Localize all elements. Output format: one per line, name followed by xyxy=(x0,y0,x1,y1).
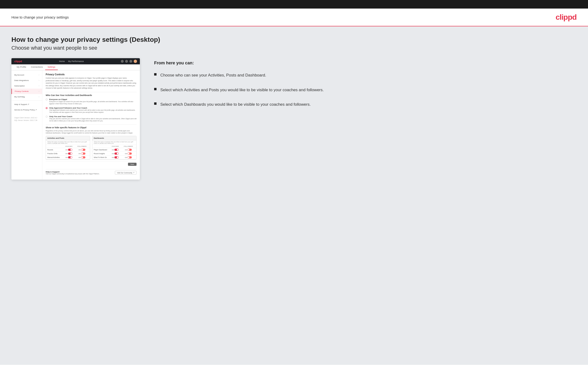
mockup-save-button[interactable]: Save xyxy=(128,163,137,166)
bullet-square-2 xyxy=(154,88,156,90)
mockup-help-section: Help & Support Visit our Clippd communit… xyxy=(46,169,137,175)
mockup-activities-table: Activities and Posts Select the types of… xyxy=(46,136,90,160)
chevron-icon: › xyxy=(39,74,39,76)
mockup-sidebar-policy: Service & Privacy Policy ↗ xyxy=(11,107,42,113)
mockup-nav-icons xyxy=(121,60,137,63)
mockup-activities-header: Activities and Posts xyxy=(46,136,90,140)
mockup-dashboards-row-workOn: What To Work On ON ON xyxy=(92,156,136,159)
mockup-sidebar-version: Clippd Client Version: 2022.8.2 SQL Serv… xyxy=(11,113,42,123)
mockup-privacy-title: Privacy Controls xyxy=(46,73,137,76)
mockup-search-icon xyxy=(121,60,124,63)
mockup-sidebar-data: Data Integrations › xyxy=(11,78,42,83)
bullet-list: Choose who can see your Activities, Post… xyxy=(154,72,577,108)
bullet-square-3 xyxy=(154,102,156,105)
mockup-toggle-workon-followers xyxy=(128,156,132,158)
mockup-activities-row-drills: Practice Drills ON ON xyxy=(46,152,90,156)
mockup-toggle-rounds-followers xyxy=(81,149,85,151)
bullet-square-1 xyxy=(154,73,156,75)
mockup-subnav-profile: My Profile xyxy=(14,64,28,70)
mockup-subnav-settings: Settings xyxy=(45,64,58,70)
chevron-icon: › xyxy=(39,96,39,98)
mockup-activities-row-manual: Manual Activities ON ON xyxy=(46,156,90,159)
mockup-dashboards-header: Dashboards xyxy=(92,136,136,140)
mockup-sidebar-subscription: Subscription › xyxy=(11,83,42,89)
header-title: How to change your privacy settings xyxy=(11,15,69,19)
mockup-activities-sub: Select the types of activity that you'd … xyxy=(46,140,90,145)
mockup-dashboards-sub: Select the types of activity that you'd … xyxy=(92,140,136,145)
bullet-text-3: Select which Dashboards you would like t… xyxy=(160,101,311,108)
mockup-avatar xyxy=(134,60,137,63)
mockup-subnav-connections: Connections xyxy=(28,64,45,70)
mockup-radio-everyone: Everyone on Clippd Everyone on Clippd ca… xyxy=(46,98,137,105)
mockup-sidebar-privacy: Privacy Controls › xyxy=(11,89,42,94)
mockup-dashboards-row-player: Player Dashboard ON ON xyxy=(92,148,136,152)
external-link-icon: ↗ xyxy=(133,172,134,174)
mockup-bell-icon xyxy=(130,60,132,63)
header: How to change your privacy settings clip… xyxy=(0,8,588,26)
content-grid: clippd Home My Performance My Profile Co… xyxy=(11,58,577,180)
mockup-dashboards-table: Dashboards Select the types of activity … xyxy=(92,136,137,160)
mockup-toggle-insights-coaches xyxy=(114,152,119,155)
bullet-item-3: Select which Dashboards you would like t… xyxy=(154,101,577,108)
mockup-toggle-drills-coaches xyxy=(68,152,72,155)
mockup-sidebar-account: My Account › xyxy=(11,72,42,78)
mockup-toggle-player-coaches xyxy=(114,149,119,151)
mockup-nav: clippd Home My Performance xyxy=(11,58,140,64)
mockup-toggle-drills-followers xyxy=(81,152,85,155)
mockup-radio-followers-btn xyxy=(46,107,48,109)
bullet-text-2: Select which Activities and Posts you wo… xyxy=(160,87,324,93)
mockup-show-hide-desc: Regardless of the privacy controls that … xyxy=(46,130,137,134)
mockup-sidebar-golfbag: My Golf Bag › xyxy=(11,94,42,100)
logo: clippd xyxy=(556,13,577,22)
mockup-dashboards-row-insights: Round Insights ON ON xyxy=(92,152,136,156)
mockup-visit-community-button[interactable]: Visit Our Community ↗ xyxy=(115,171,137,175)
mockup-radio-onlyyou: Only You and Your Coach Only you and the… xyxy=(46,116,137,122)
mockup-subnav: My Profile Connections Settings xyxy=(11,64,140,70)
mockup-show-hide-title: Show or hide specific features in Clippd xyxy=(46,124,137,129)
mockup-nav-home: Home xyxy=(59,60,65,62)
mockup-tables-row: Activities and Posts Select the types of… xyxy=(46,136,137,160)
mockup-radio-onlyyou-btn xyxy=(46,116,48,117)
mockup-save-row: Save xyxy=(46,161,137,167)
page-subheading: Choose what you want people to see xyxy=(11,45,577,51)
mockup-dashboards-col-headers: COACHES FOLLOWERS xyxy=(92,145,136,148)
bullet-text-1: Choose who can see your Activities, Post… xyxy=(160,72,266,78)
mockup-who-title: Who Can See Your Activities and Dashboar… xyxy=(46,92,137,96)
mockup-privacy-desc: Control how you and your data appears to… xyxy=(46,77,137,90)
mockup-toggle-player-followers xyxy=(128,149,132,151)
chevron-icon: › xyxy=(39,85,39,87)
chevron-icon: › xyxy=(39,80,39,81)
mockup-radio-everyone-btn xyxy=(46,99,48,100)
mockup-toggle-manual-followers xyxy=(81,156,85,158)
right-panel: From here you can: Choose who can see yo… xyxy=(149,58,577,108)
sidebar-divider xyxy=(11,100,42,101)
from-here-text: From here you can: xyxy=(154,61,577,66)
mockup-toggle-workon-coaches xyxy=(114,156,119,158)
mockup-logo: clippd xyxy=(14,60,22,63)
mockup-activities-col-headers: COACHES FOLLOWERS xyxy=(46,145,90,148)
mockup-sidebar-help: Help & Support ↗ xyxy=(11,102,42,107)
mockup-help-title: Help & Support xyxy=(46,171,99,173)
top-bar xyxy=(0,0,588,8)
bullet-item-1: Choose who can see your Activities, Post… xyxy=(154,72,577,78)
mockup-sidebar: My Account › Data Integrations › Subscri… xyxy=(11,70,42,180)
mockup-settings-icon xyxy=(125,60,128,63)
mockup-toggle-rounds-coaches xyxy=(68,149,72,151)
footer: Copyright Clippd 2022 xyxy=(0,365,588,367)
chevron-icon: › xyxy=(39,91,39,92)
mockup-nav-performance: My Performance xyxy=(68,60,84,62)
main-content: How to change your privacy settings (Des… xyxy=(0,26,588,365)
mockup-nav-links: Home My Performance xyxy=(59,60,84,62)
mockup-screenshot: clippd Home My Performance My Profile Co… xyxy=(11,58,140,180)
mockup-radio-followers: Only Approved Followers and Your Coach O… xyxy=(46,107,137,113)
bullet-item-2: Select which Activities and Posts you wo… xyxy=(154,87,577,93)
mockup-activities-row-rounds: Rounds ON ON xyxy=(46,148,90,152)
mockup-help-desc: Visit our Clippd community to troublesho… xyxy=(46,173,99,175)
mockup-toggle-manual-coaches xyxy=(68,156,72,158)
mockup-body: My Account › Data Integrations › Subscri… xyxy=(11,70,140,180)
mockup-main-panel: Privacy Controls Control how you and you… xyxy=(42,70,140,180)
page-heading: How to change your privacy settings (Des… xyxy=(11,36,577,43)
mockup-toggle-insights-followers xyxy=(128,152,132,155)
